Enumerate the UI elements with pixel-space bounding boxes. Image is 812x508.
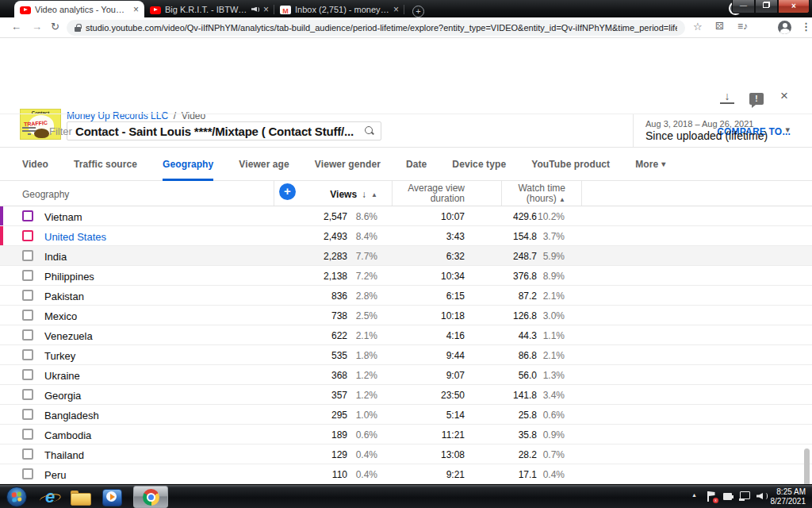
table-row[interactable]: Georgia 357 1.2% 23:50 141.8 3.4%: [0, 385, 812, 405]
table-row[interactable]: Vietnam 2,547 8.6% 10:07 429.6 10.2%: [0, 206, 812, 226]
action-center-flag-icon[interactable]: x: [707, 491, 717, 502]
url-text[interactable]: studio.youtube.com/video/Qv-iIfNPhYM/ana…: [86, 23, 677, 33]
country-name[interactable]: Mexico: [44, 310, 77, 322]
forward-icon[interactable]: →: [32, 21, 42, 33]
country-name[interactable]: Ukraine: [44, 370, 80, 382]
tab-close-icon[interactable]: ×: [393, 4, 399, 15]
row-checkbox[interactable]: [22, 250, 33, 261]
row-checkbox[interactable]: [22, 230, 33, 241]
date-range-selector[interactable]: Aug 3, 2018 – Aug 26, 2021 Since uploade…: [633, 114, 812, 148]
avg-duration-value: 6:32: [446, 251, 465, 262]
filter-input-placeholder[interactable]: Filter: [49, 125, 72, 137]
row-checkbox[interactable]: [22, 290, 33, 301]
table-row[interactable]: Bangladesh 295 1.0% 5:14 25.8 0.6%: [0, 405, 812, 425]
row-checkbox[interactable]: [22, 369, 33, 380]
country-name[interactable]: Pakistan: [44, 291, 84, 302]
views-value: 2,547: [324, 211, 347, 222]
row-checkbox[interactable]: [22, 310, 33, 321]
analytics-tab[interactable]: Traffic source: [74, 148, 137, 181]
country-name[interactable]: Thailand: [44, 449, 84, 461]
battery-icon[interactable]: [723, 491, 733, 501]
hidden-icons-arrow[interactable]: ▲: [691, 492, 697, 498]
table-row[interactable]: Thailand 129 0.4% 13:08 28.2 0.7%: [0, 444, 812, 464]
network-icon[interactable]: [739, 491, 750, 501]
table-row[interactable]: Mexico 738 2.5% 10:18 126.8 3.0%: [0, 306, 812, 325]
volume-icon[interactable]: [756, 491, 767, 501]
table-row[interactable]: Pakistan 836 2.8% 6:15 87.2 2.1%: [0, 286, 812, 306]
new-tab-button[interactable]: +: [412, 6, 424, 17]
analytics-tab[interactable]: Viewer gender: [315, 148, 381, 181]
table-row[interactable]: Ukraine 368 1.2% 9:07 56.0 1.3%: [0, 365, 812, 385]
row-checkbox[interactable]: [22, 210, 33, 221]
analytics-tab[interactable]: Device type: [452, 148, 506, 181]
country-name[interactable]: Cambodia: [44, 429, 91, 441]
watch-time-column-header[interactable]: Watch time (hours) ▲: [518, 183, 565, 205]
close-window-button[interactable]: ×: [778, 0, 810, 13]
row-checkbox[interactable]: [22, 270, 33, 281]
analytics-tab[interactable]: Date: [406, 148, 427, 181]
restore-button[interactable]: [755, 0, 778, 13]
internet-explorer-icon[interactable]: e: [38, 487, 62, 506]
watch-hours-value: 25.8: [519, 410, 537, 421]
analytics-tab[interactable]: Video: [22, 148, 48, 181]
country-name[interactable]: India: [44, 251, 67, 263]
browser-tab[interactable]: Video analytics - YouTube Studio ×: [14, 1, 144, 17]
geography-column-header[interactable]: Geography: [22, 189, 69, 200]
feedback-icon[interactable]: [749, 93, 764, 105]
row-checkbox[interactable]: [22, 448, 33, 460]
tab-close-icon[interactable]: ×: [263, 4, 269, 15]
download-icon[interactable]: ↓: [720, 90, 734, 104]
row-checkbox[interactable]: [22, 349, 33, 360]
bookmark-star-icon[interactable]: ☆: [693, 21, 703, 33]
country-name[interactable]: Turkey: [44, 350, 75, 362]
watch-percent: 0.6%: [543, 410, 565, 421]
add-metric-button[interactable]: +: [279, 183, 296, 200]
analytics-tab[interactable]: Geography: [163, 148, 213, 181]
row-checkbox[interactable]: [22, 409, 33, 420]
country-name[interactable]: Peru: [44, 469, 66, 481]
browser-menu-icon[interactable]: ⋮: [801, 21, 811, 33]
row-checkbox[interactable]: [22, 429, 33, 440]
country-name[interactable]: Vietnam: [44, 211, 82, 223]
minimize-button[interactable]: —: [732, 0, 755, 13]
views-percent: 0.6%: [356, 429, 377, 441]
chrome-taskbar-button[interactable]: [133, 486, 168, 508]
avg-duration-value: 5:14: [446, 410, 465, 421]
reload-icon[interactable]: ↻: [51, 21, 59, 33]
extensions-puzzle-icon[interactable]: ⚄: [715, 21, 723, 32]
browser-tab[interactable]: Big K.R.I.T. - IBTW (It's Better ×: [144, 1, 274, 17]
country-name[interactable]: Georgia: [44, 390, 81, 402]
table-row[interactable]: Cambodia 189 0.6% 11:21 35.8 0.9%: [0, 425, 812, 444]
browser-tab[interactable]: Inbox (2,751) - moneyuprecordsl ×: [274, 1, 404, 17]
views-column-header[interactable]: Views ↓ ▲: [330, 189, 377, 200]
address-bar[interactable]: studio.youtube.com/video/Qv-iIfNPhYM/ana…: [67, 20, 685, 36]
close-analytics-icon[interactable]: ×: [780, 88, 788, 104]
country-name[interactable]: Bangladesh: [44, 410, 99, 421]
file-explorer-icon[interactable]: [68, 487, 92, 506]
views-percent: 1.0%: [356, 410, 377, 421]
taskbar-clock[interactable]: 8:25 AM 8/27/2021: [771, 487, 806, 506]
country-name[interactable]: Philippines: [44, 271, 94, 283]
row-checkbox[interactable]: [22, 389, 33, 400]
country-name[interactable]: United States: [44, 231, 106, 243]
playlist-extension-icon[interactable]: ≡♪: [737, 21, 748, 32]
table-row[interactable]: Peru 110 0.4% 9:21 17.1 0.4%: [0, 464, 812, 484]
table-row[interactable]: India 2,283 7.7% 6:32 248.7 5.9%: [0, 246, 812, 266]
country-name[interactable]: Venezuela: [44, 330, 93, 342]
analytics-tab[interactable]: More ▾: [635, 148, 665, 181]
profile-avatar[interactable]: [778, 21, 791, 34]
back-icon[interactable]: ←: [11, 21, 21, 33]
analytics-tab[interactable]: Viewer age: [239, 148, 289, 181]
table-row[interactable]: Turkey 535 1.8% 9:44 86.8 2.1%: [0, 345, 812, 365]
table-row[interactable]: Venezuela 622 2.1% 4:16 44.3 1.1%: [0, 325, 812, 345]
avg-view-duration-column-header[interactable]: Average view duration: [408, 183, 465, 204]
table-row[interactable]: United States 2,493 8.4% 3:43 154.8 3.7%: [0, 226, 812, 246]
tab-close-icon[interactable]: ×: [133, 4, 139, 15]
analytics-tab[interactable]: YouTube product: [531, 148, 610, 181]
row-checkbox[interactable]: [22, 468, 33, 479]
start-button[interactable]: [6, 487, 27, 507]
padlock-icon[interactable]: [75, 24, 81, 32]
table-row[interactable]: Philippines 2,138 7.2% 10:34 376.8 8.9%: [0, 266, 812, 286]
row-checkbox[interactable]: [22, 329, 33, 341]
media-player-icon[interactable]: [100, 487, 124, 506]
